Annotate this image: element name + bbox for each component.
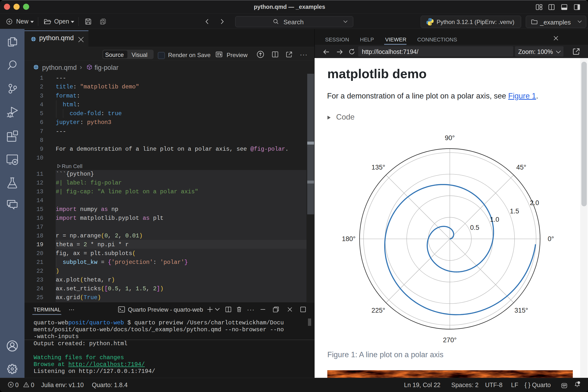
svg-text:1.5: 1.5 [510, 208, 519, 215]
svg-text:1.0: 1.0 [490, 216, 499, 223]
svg-text:180°: 180° [342, 235, 356, 242]
svg-text:225°: 225° [372, 307, 385, 314]
svg-text:90°: 90° [445, 134, 455, 142]
svg-text:135°: 135° [372, 164, 385, 171]
svg-text:270°: 270° [443, 336, 457, 344]
svg-text:45°: 45° [516, 164, 526, 171]
svg-text:2.0: 2.0 [530, 199, 539, 206]
svg-text:0.5: 0.5 [470, 224, 480, 231]
svg-text:0°: 0° [548, 235, 554, 242]
svg-text:315°: 315° [514, 307, 528, 314]
